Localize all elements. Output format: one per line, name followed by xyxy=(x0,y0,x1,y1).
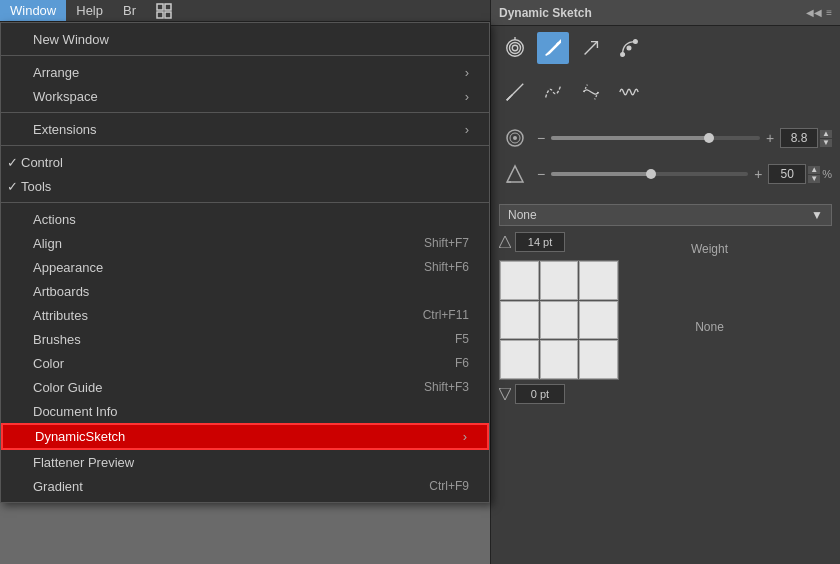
slider1-minus[interactable]: − xyxy=(535,130,547,146)
arrow-icon: › xyxy=(465,89,469,104)
svg-line-13 xyxy=(507,97,511,101)
input1-icon xyxy=(499,236,511,248)
grid-cell-9[interactable] xyxy=(579,340,618,379)
panel-menu-button[interactable]: ≡ xyxy=(826,7,832,18)
tool-icons-row-1 xyxy=(491,26,840,70)
panel-title: Dynamic Sketch xyxy=(499,6,592,20)
slider2-value: 50 ▲ ▼ % xyxy=(768,164,832,184)
slider1-track[interactable] xyxy=(551,136,760,140)
menu-item-flattener-preview[interactable]: Flattener Preview xyxy=(1,450,489,474)
slider1-up[interactable]: ▲ xyxy=(820,130,832,138)
svg-rect-0 xyxy=(157,4,163,10)
slider2-input[interactable]: 50 xyxy=(768,164,806,184)
input-row-top: 14 pt xyxy=(499,232,579,252)
slider1-arrows: ▲ ▼ xyxy=(820,130,832,147)
dashed-curve-tool-icon[interactable] xyxy=(537,76,569,108)
line-tool-icon[interactable] xyxy=(575,32,607,64)
svg-marker-23 xyxy=(499,388,511,400)
menu-separator-4 xyxy=(1,202,489,203)
menu-br[interactable]: Br xyxy=(113,0,146,21)
slider1-value: 8.8 ▲ ▼ xyxy=(780,128,832,148)
grid-labels: Weight None xyxy=(587,232,832,334)
slider1-plus[interactable]: + xyxy=(764,130,776,146)
stroke-type-dropdown[interactable]: None ▼ xyxy=(499,204,832,226)
check-icon: ✓ xyxy=(7,179,18,194)
menu-item-appearance[interactable]: Appearance Shift+F6 xyxy=(1,255,489,279)
menu-layout[interactable] xyxy=(146,0,182,21)
grid-cell-8[interactable] xyxy=(540,340,579,379)
menu-item-control[interactable]: ✓ Control xyxy=(1,150,489,174)
input2-field[interactable]: 0 pt xyxy=(515,384,565,404)
menu-item-attributes[interactable]: Attributes Ctrl+F11 xyxy=(1,303,489,327)
menu-item-new-window[interactable]: New Window xyxy=(1,27,489,51)
menu-item-tools[interactable]: ✓ Tools xyxy=(1,174,489,198)
arrow-icon: › xyxy=(465,65,469,80)
menu-item-dynamic-sketch[interactable]: DynamicSketch › xyxy=(1,423,489,450)
slider2-track[interactable] xyxy=(551,172,748,176)
svg-rect-1 xyxy=(165,4,171,10)
slider2-up[interactable]: ▲ xyxy=(808,166,820,174)
menu-item-color[interactable]: Color F6 xyxy=(1,351,489,375)
slider2-plus[interactable]: + xyxy=(752,166,764,182)
menu-separator-2 xyxy=(1,112,489,113)
slider2-arrows: ▲ ▼ xyxy=(808,166,820,183)
slider-row-2: − + 50 ▲ ▼ % xyxy=(499,158,832,190)
svg-point-5 xyxy=(510,43,521,54)
slider1-icon xyxy=(499,122,531,154)
panel-controls: ◀◀ ≡ xyxy=(806,7,832,18)
percent-label: % xyxy=(822,168,832,180)
input2-icon xyxy=(499,388,511,400)
weight-label: Weight xyxy=(691,242,728,256)
sliders-area: − + 8.8 ▲ ▼ xyxy=(491,114,840,198)
input1-field[interactable]: 14 pt xyxy=(515,232,565,252)
svg-marker-21 xyxy=(499,236,511,248)
quill-tool-icon[interactable] xyxy=(499,76,531,108)
panel-header: Dynamic Sketch ◀◀ ≡ xyxy=(491,0,840,26)
svg-point-18 xyxy=(513,136,517,140)
svg-line-15 xyxy=(595,92,599,99)
slider2-minus[interactable]: − xyxy=(535,166,547,182)
menu-item-actions[interactable]: Actions xyxy=(1,207,489,231)
svg-point-11 xyxy=(627,46,631,50)
slider2-thumb[interactable] xyxy=(646,169,656,179)
slider1-down[interactable]: ▼ xyxy=(820,139,832,147)
menu-item-brushes[interactable]: Brushes F5 xyxy=(1,327,489,351)
menu-item-document-info[interactable]: Document Info xyxy=(1,399,489,423)
menu-item-color-guide[interactable]: Color Guide Shift+F3 xyxy=(1,375,489,399)
smooth-tool-icon[interactable] xyxy=(575,76,607,108)
menu-item-gradient[interactable]: Gradient Ctrl+F9 xyxy=(1,474,489,498)
slider1-thumb[interactable] xyxy=(704,133,714,143)
dropdown-arrow-icon: ▼ xyxy=(811,208,823,222)
svg-marker-19 xyxy=(507,166,523,182)
window-dropdown-menu: New Window Arrange › Workspace › Extensi… xyxy=(0,22,490,503)
grid-cell-2[interactable] xyxy=(540,261,579,300)
node-tool-icon[interactable] xyxy=(613,32,645,64)
slider1-input[interactable]: 8.8 xyxy=(780,128,818,148)
menu-window[interactable]: Window xyxy=(0,0,66,21)
grid-inputs: 14 pt xyxy=(499,232,579,408)
grid-area: 14 pt xyxy=(499,232,832,408)
slider2-icon xyxy=(499,158,531,190)
svg-rect-2 xyxy=(157,12,163,18)
menu-item-workspace[interactable]: Workspace › xyxy=(1,84,489,108)
slider1-fill xyxy=(551,136,708,140)
grid-cell-1[interactable] xyxy=(500,261,539,300)
menu-item-artboards[interactable]: Artboards xyxy=(1,279,489,303)
svg-line-9 xyxy=(585,42,598,55)
grid-cell-4[interactable] xyxy=(500,301,539,340)
grid-cell-7[interactable] xyxy=(500,340,539,379)
menu-separator-1 xyxy=(1,55,489,56)
slider2-down[interactable]: ▼ xyxy=(808,175,820,183)
wave-tool-icon[interactable] xyxy=(613,76,645,108)
pen-tool-icon[interactable] xyxy=(537,32,569,64)
menu-item-align[interactable]: Align Shift+F7 xyxy=(1,231,489,255)
menu-item-extensions[interactable]: Extensions › xyxy=(1,117,489,141)
grid-cell-5[interactable] xyxy=(540,301,579,340)
svg-point-10 xyxy=(621,53,625,57)
panel-collapse-button[interactable]: ◀◀ xyxy=(806,7,822,18)
layout-icon xyxy=(156,3,172,19)
menu-item-arrange[interactable]: Arrange › xyxy=(1,60,489,84)
tool-icons-row-2 xyxy=(491,70,840,114)
spiral-tool-icon[interactable] xyxy=(499,32,531,64)
menu-help[interactable]: Help xyxy=(66,0,113,21)
